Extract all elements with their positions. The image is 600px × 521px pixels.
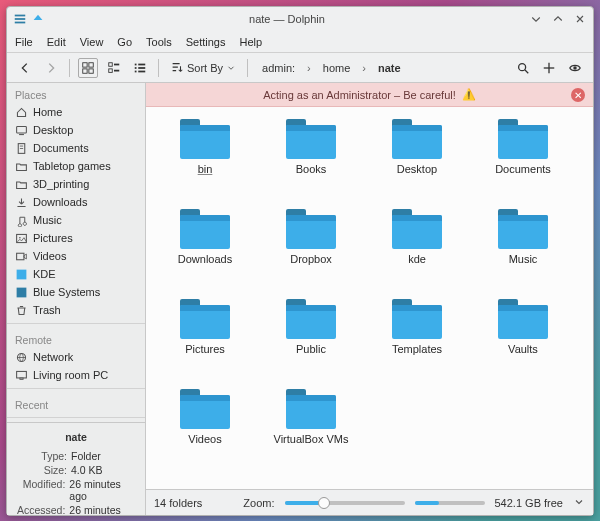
details-view-button[interactable] (130, 59, 150, 77)
folder-books[interactable]: Books (258, 115, 364, 205)
menu-file[interactable]: File (15, 36, 33, 48)
menu-go[interactable]: Go (117, 36, 132, 48)
folder-virtualbox-vms[interactable]: VirtualBox VMs (258, 385, 364, 475)
sidebar-item-pictures[interactable]: Pictures (7, 229, 145, 247)
picture-icon (15, 232, 28, 245)
sidebar-item-home[interactable]: Home (7, 103, 145, 121)
sidebar-item-label: Videos (33, 250, 66, 262)
folder-dropbox[interactable]: Dropbox (258, 205, 364, 295)
forward-button[interactable] (41, 59, 61, 77)
folder-pictures[interactable]: Pictures (152, 295, 258, 385)
sort-button[interactable]: Sort By (167, 59, 239, 77)
warning-icon: ⚠️ (462, 88, 476, 101)
preview-toggle-button[interactable] (565, 59, 585, 77)
sidebar-item-videos[interactable]: Videos (7, 247, 145, 265)
icons-view-button[interactable] (78, 58, 98, 78)
folder-vaults[interactable]: Vaults (470, 295, 576, 385)
svg-rect-30 (17, 269, 27, 279)
folder-icon (286, 389, 336, 429)
folder-icon (392, 119, 442, 159)
keep-above-icon[interactable] (31, 12, 45, 26)
svg-rect-31 (17, 287, 27, 297)
folder-bin[interactable]: bin (152, 115, 258, 205)
warning-text: Acting as an Administrator – Be careful! (263, 89, 456, 101)
menu-edit[interactable]: Edit (47, 36, 66, 48)
info-row: Accessed:26 minutes ago (13, 503, 139, 515)
sidebar: PlacesHomeDesktopDocumentsTabletop games… (7, 83, 146, 515)
split-view-button[interactable] (539, 59, 559, 77)
status-chevron-icon[interactable] (573, 496, 585, 510)
desktop-icon (15, 124, 28, 137)
folder-videos[interactable]: Videos (152, 385, 258, 475)
folder-label: Downloads (178, 253, 232, 265)
svg-point-17 (519, 63, 526, 70)
breadcrumb-home[interactable]: home (317, 60, 357, 76)
folder-label: Documents (495, 163, 551, 175)
breadcrumb-current[interactable]: nate (372, 60, 407, 76)
folder-icon (286, 299, 336, 339)
titlebar: nate — Dolphin (7, 7, 593, 31)
sidebar-item-blue-systems[interactable]: Blue Systems (7, 283, 145, 301)
folder-templates[interactable]: Templates (364, 295, 470, 385)
sidebar-item-music[interactable]: Music (7, 211, 145, 229)
menubar: FileEditViewGoToolsSettingsHelp (7, 31, 593, 53)
minimize-icon[interactable] (529, 12, 543, 26)
app-menu-icon[interactable] (13, 12, 27, 26)
folder-documents[interactable]: Documents (470, 115, 576, 205)
folder-downloads[interactable]: Downloads (152, 205, 258, 295)
menu-view[interactable]: View (80, 36, 104, 48)
music-icon (15, 214, 28, 227)
svg-rect-2 (15, 22, 26, 24)
trash-icon (15, 304, 28, 317)
svg-rect-1 (15, 18, 26, 20)
sidebar-section-places: Places (7, 83, 145, 103)
zoom-label: Zoom: (243, 497, 274, 509)
sidebar-item-desktop[interactable]: Desktop (7, 121, 145, 139)
folder-grid[interactable]: binBooksDesktopDocumentsDownloadsDropbox… (146, 107, 593, 489)
info-row: Type:Folder (13, 449, 139, 463)
sidebar-item-label: Trash (33, 304, 61, 316)
svg-rect-22 (17, 126, 27, 133)
sidebar-item-trash[interactable]: Trash (7, 301, 145, 319)
menu-settings[interactable]: Settings (186, 36, 226, 48)
folder-icon (15, 160, 28, 173)
folder-public[interactable]: Public (258, 295, 364, 385)
svg-rect-5 (83, 68, 87, 72)
folder-kde[interactable]: kde (364, 205, 470, 295)
sidebar-item-living-room-pc[interactable]: Living room PC (7, 366, 145, 384)
dolphin-window: nate — Dolphin FileEditViewGoToolsSettin… (6, 6, 594, 516)
svg-rect-4 (89, 62, 93, 66)
disk-free: 542.1 GB free (495, 497, 564, 509)
back-button[interactable] (15, 59, 35, 77)
breadcrumb-admin[interactable]: admin: (256, 60, 301, 76)
folder-label: Videos (188, 433, 221, 445)
search-button[interactable] (513, 59, 533, 77)
info-row: Modified:26 minutes ago (13, 477, 139, 503)
svg-point-21 (573, 66, 577, 70)
folder-desktop[interactable]: Desktop (364, 115, 470, 205)
svg-rect-3 (83, 62, 87, 66)
sidebar-item-downloads[interactable]: Downloads (7, 193, 145, 211)
svg-rect-12 (138, 63, 145, 65)
sidebar-item-kde[interactable]: KDE (7, 265, 145, 283)
network-icon (15, 351, 28, 364)
sidebar-item-label: Home (33, 106, 62, 118)
svg-rect-13 (135, 67, 137, 69)
maximize-icon[interactable] (551, 12, 565, 26)
zoom-slider[interactable] (285, 501, 405, 505)
compact-view-button[interactable] (104, 59, 124, 77)
sort-label: Sort By (187, 62, 223, 74)
menu-tools[interactable]: Tools (146, 36, 172, 48)
sidebar-item-network[interactable]: Network (7, 348, 145, 366)
menu-help[interactable]: Help (239, 36, 262, 48)
sidebar-item-documents[interactable]: Documents (7, 139, 145, 157)
folder-music[interactable]: Music (470, 205, 576, 295)
sidebar-item-tabletop-games[interactable]: Tabletop games (7, 157, 145, 175)
svg-line-18 (525, 69, 529, 73)
svg-rect-16 (138, 70, 145, 72)
close-icon[interactable] (573, 12, 587, 26)
folder-icon (392, 209, 442, 249)
sidebar-item-3d_printing[interactable]: 3D_printing (7, 175, 145, 193)
warning-close-button[interactable]: ✕ (571, 88, 585, 102)
video-icon (15, 250, 28, 263)
